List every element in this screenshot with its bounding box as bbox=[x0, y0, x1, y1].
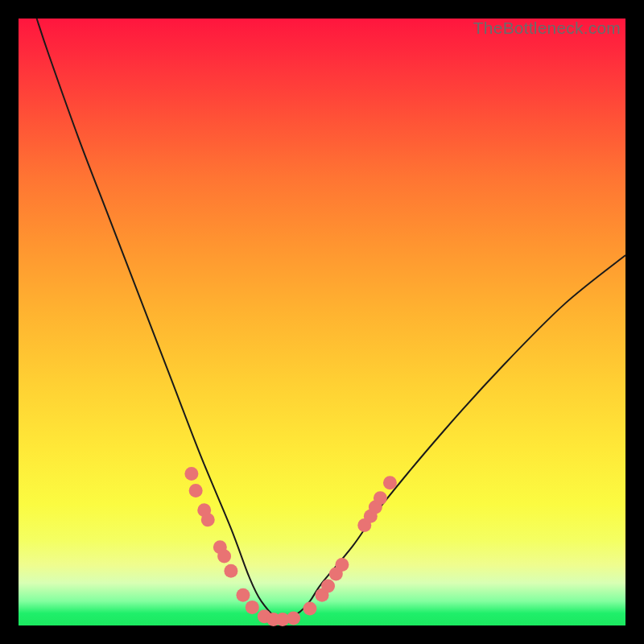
marker-dot bbox=[303, 601, 316, 615]
marker-dot bbox=[374, 491, 387, 505]
marker-dot bbox=[201, 513, 215, 526]
marker-dots bbox=[184, 467, 397, 626]
marker-dot bbox=[321, 579, 335, 592]
marker-dot bbox=[383, 476, 397, 489]
chart-frame: TheBottleneck.com bbox=[19, 19, 625, 625]
bottleneck-curve bbox=[37, 19, 625, 620]
marker-dot bbox=[224, 564, 237, 578]
marker-dot bbox=[236, 588, 250, 602]
marker-dot bbox=[287, 611, 300, 625]
marker-dot bbox=[217, 550, 231, 564]
marker-dot bbox=[189, 484, 203, 497]
marker-dot bbox=[246, 601, 259, 614]
curve-path bbox=[37, 19, 625, 620]
marker-dot bbox=[184, 467, 198, 481]
marker-dot bbox=[335, 558, 349, 572]
chart-overlay bbox=[19, 19, 625, 625]
